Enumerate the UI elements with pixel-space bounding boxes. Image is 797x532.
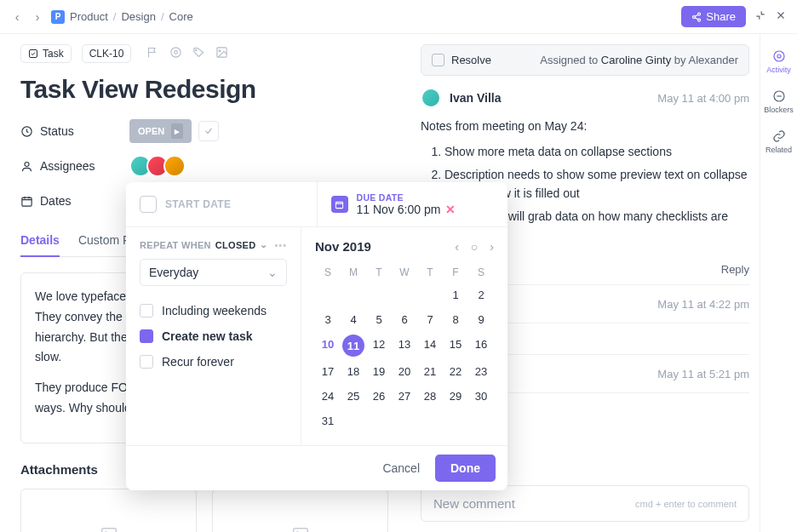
start-date-tab[interactable]: START DATE [126, 182, 318, 226]
chevron-down-icon: ⌄ [267, 266, 278, 279]
calendar-day[interactable]: 21 [417, 359, 443, 384]
calendar-day[interactable]: 23 [468, 359, 494, 384]
new-comment-input[interactable]: New comment cmd + enter to comment [421, 485, 749, 522]
calendar-day[interactable]: 13 [392, 332, 417, 359]
calendar-day[interactable]: 10 [315, 332, 341, 359]
calendar-day[interactable]: 31 [315, 409, 341, 433]
tab-details[interactable]: Details [20, 225, 60, 257]
rail-related[interactable]: Related [760, 121, 797, 161]
calendar-dow: F [443, 262, 468, 283]
collapse-icon[interactable] [754, 9, 766, 24]
clear-due-icon[interactable]: ✕ [445, 203, 456, 216]
calendar-day[interactable]: 15 [443, 332, 468, 359]
flag-icon[interactable] [146, 46, 159, 61]
status-next-icon[interactable]: ▸ [171, 123, 183, 139]
nav-forward-icon[interactable]: › [31, 10, 44, 24]
resolve-label: Resolve [451, 54, 491, 66]
avatar[interactable] [421, 88, 441, 108]
comment-author[interactable]: Ivan Villa [450, 91, 501, 105]
nav-back-icon[interactable]: ‹ [10, 10, 24, 24]
tag-icon[interactable] [192, 46, 205, 61]
calendar-day[interactable]: 3 [315, 307, 341, 332]
checkbox-checked-icon[interactable] [140, 329, 153, 343]
done-button[interactable]: Done [435, 455, 496, 482]
svg-point-16 [774, 51, 784, 61]
calendar-day[interactable]: 4 [341, 307, 366, 332]
assignee-avatars[interactable] [129, 155, 186, 177]
calendar-next-icon[interactable]: › [490, 240, 494, 254]
calendar-dow: S [468, 262, 494, 283]
calendar-day [315, 283, 341, 307]
reply-link[interactable]: Reply [721, 263, 749, 276]
calendar-dow: W [392, 262, 417, 283]
cancel-button[interactable]: Cancel [370, 455, 432, 482]
calendar-dow: T [417, 262, 443, 283]
breadcrumb-item[interactable]: Design [121, 10, 155, 23]
calendar-day[interactable]: 9 [468, 307, 494, 332]
calendar-day[interactable]: 22 [443, 359, 468, 384]
calendar-day[interactable]: 19 [366, 359, 392, 384]
calendar-prev-icon[interactable]: ‹ [455, 240, 459, 254]
breadcrumb-item[interactable]: Core [169, 10, 193, 23]
resolve-assignment: Assigned to Caroline Ginty by Alexander [540, 54, 738, 66]
new-comment-placeholder: New comment [433, 496, 515, 511]
calendar-day[interactable]: 8 [443, 307, 468, 332]
calendar-day[interactable]: 20 [392, 359, 417, 384]
project-icon: P [51, 10, 65, 24]
calendar-day[interactable]: 24 [315, 384, 341, 409]
calendar-day[interactable]: 30 [468, 384, 494, 409]
sprint-icon[interactable] [169, 46, 182, 61]
calendar-day[interactable]: 27 [392, 384, 417, 409]
attachment-card[interactable] [20, 489, 197, 532]
checkbox-icon[interactable] [140, 355, 153, 369]
rail-activity[interactable]: Activity [760, 41, 797, 81]
calendar-day[interactable]: 17 [315, 359, 341, 384]
due-date-tab[interactable]: DUE DATE 11 Nov 6:00 pm✕ [318, 182, 508, 226]
chevron-down-icon[interactable]: ⌄ [260, 239, 267, 250]
share-button[interactable]: Share [681, 6, 746, 27]
task-toolbar: Task CLK-10 [20, 44, 388, 63]
calendar-day[interactable]: 12 [366, 332, 392, 359]
resolve-checkbox[interactable] [432, 54, 444, 66]
calendar-day[interactable]: 6 [392, 307, 417, 332]
svg-point-2 [698, 19, 701, 21]
task-type-pill[interactable]: Task [20, 44, 72, 63]
calendar-day[interactable]: 5 [366, 307, 392, 332]
calendar-day [392, 283, 417, 307]
image-icon[interactable] [215, 46, 228, 61]
calendar-day[interactable]: 1 [443, 283, 468, 307]
close-icon[interactable] [775, 9, 787, 24]
option-recur-forever[interactable]: Recur forever [140, 349, 287, 375]
checkbox-icon[interactable] [140, 304, 153, 317]
avatar[interactable] [163, 155, 186, 177]
task-title[interactable]: Task View Redesign [20, 75, 388, 104]
calendar-day[interactable]: 7 [417, 307, 443, 332]
calendar-day[interactable]: 26 [366, 384, 392, 409]
list-item: Show more meta data on collapse sections [444, 142, 749, 161]
calendar-day[interactable]: 18 [341, 359, 366, 384]
option-including-weekends[interactable]: Including weekends [140, 298, 287, 323]
calendar-dow: T [366, 262, 392, 283]
option-create-new-task[interactable]: Create new task [140, 323, 287, 349]
calendar-day[interactable]: 14 [417, 332, 443, 359]
calendar-day[interactable]: 2 [468, 283, 494, 307]
rail-blockers[interactable]: Blockers [760, 81, 797, 121]
share-label: Share [706, 10, 736, 23]
repeat-label[interactable]: REPEAT WHEN CLOSED ⌄ ••• [140, 239, 287, 250]
calendar-day[interactable]: 16 [468, 332, 494, 359]
status-badge[interactable]: OPEN ▸ [129, 119, 192, 143]
calendar-day[interactable]: 28 [417, 384, 443, 409]
attachment-card[interactable] [212, 489, 388, 532]
calendar-today-icon[interactable]: ○ [471, 240, 478, 254]
complete-checkbox[interactable] [198, 121, 219, 141]
more-icon[interactable]: ••• [274, 240, 287, 250]
frequency-select[interactable]: Everyday⌄ [140, 259, 287, 286]
calendar-day[interactable]: 25 [341, 384, 366, 409]
svg-rect-3 [30, 50, 37, 58]
calendar-day[interactable]: 11 [342, 335, 364, 357]
task-id-pill[interactable]: CLK-10 [82, 44, 132, 63]
comment-header: Ivan Villa May 11 at 4:00 pm [421, 88, 749, 108]
breadcrumb-item[interactable]: Product [70, 10, 108, 23]
calendar-day[interactable]: 29 [443, 384, 468, 409]
date-popover: START DATE DUE DATE 11 Nov 6:00 pm✕ REPE… [126, 182, 507, 490]
